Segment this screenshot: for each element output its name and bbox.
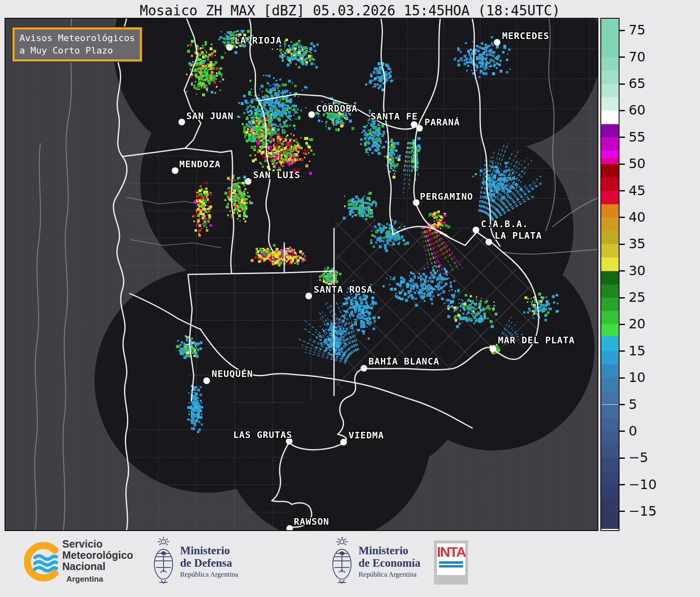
radar-echo-pixel (390, 164, 393, 167)
radar-echo-pixel (282, 108, 283, 110)
radar-echo-pixel (472, 64, 473, 65)
radar-echo-pixel (237, 213, 238, 214)
radar-echo-pixel (274, 105, 276, 106)
radar-echo-pixel (363, 333, 365, 335)
radar-echo-pixel (290, 120, 292, 121)
radar-echo-pixel (483, 67, 486, 70)
radar-echo-pixel (444, 222, 446, 224)
radar-echo-pixel (243, 112, 245, 114)
radar-echo-pixel (371, 215, 373, 218)
radar-echo-pixel (285, 113, 287, 115)
radar-echo-pixel (344, 206, 346, 207)
radar-echo-pixel (506, 59, 508, 61)
radar-echo-pixel (465, 301, 466, 303)
radar-echo-pixel (409, 295, 410, 296)
radar-echo-pixel (244, 210, 246, 212)
radar-echo-pixel (186, 91, 188, 93)
radar-echo-pixel (359, 299, 361, 301)
radar-echo-pixel (483, 309, 485, 311)
radar-echo-pixel (416, 285, 418, 287)
colorbar-tick-label: 75 (629, 22, 646, 38)
radar-echo-pixel (279, 262, 282, 264)
radar-echo-pixel (259, 162, 261, 164)
radar-echo-pixel (271, 117, 272, 119)
radar-echo-pixel (485, 49, 487, 51)
radar-echo-pixel (192, 415, 194, 416)
radar-echo-pixel (493, 51, 495, 53)
radar-echo-pixel (422, 273, 425, 275)
radar-echo-pixel (223, 41, 226, 44)
radar-echo-pixel (248, 133, 251, 136)
radar-echo-pixel (416, 156, 418, 157)
radar-echo-pixel (190, 69, 191, 70)
radar-echo-pixel (412, 283, 415, 285)
radar-echo-pixel (477, 50, 480, 52)
radar-echo-pixel (264, 259, 266, 261)
colorbar-segment (601, 485, 619, 498)
radar-echo-pixel (246, 139, 249, 142)
radar-echo-pixel (354, 321, 355, 323)
radar-echo-pixel (344, 343, 346, 345)
radar-echo-pixel (365, 218, 367, 220)
colorbar-tick-label: 20 (629, 316, 646, 332)
radar-echo-pixel (190, 44, 192, 46)
radar-echo-pixel (305, 142, 308, 144)
radar-echo-pixel (456, 306, 459, 309)
radar-echo-pixel (325, 276, 327, 279)
radar-echo-pixel (417, 144, 420, 147)
radar-echo-pixel (278, 253, 280, 255)
radar-echo-pixel (234, 202, 236, 203)
radar-echo-pixel (251, 88, 252, 90)
radar-echo-pixel (211, 91, 213, 93)
radar-echo-pixel (294, 85, 297, 87)
radar-echo-pixel (277, 49, 278, 50)
radar-echo-pixel (284, 52, 286, 54)
radar-echo-pixel (187, 45, 189, 46)
radar-echo-pixel (355, 319, 357, 321)
city-label: LAS GRUTAS (233, 430, 292, 440)
radar-echo-pixel (447, 308, 449, 310)
radar-echo-pixel (531, 304, 532, 305)
radar-echo-pixel (444, 214, 446, 217)
radar-echo-pixel (282, 116, 283, 117)
radar-echo-pixel (369, 306, 371, 308)
radar-echo-pixel (305, 153, 307, 155)
radar-echo-pixel (422, 293, 424, 294)
radar-echo-pixel (381, 81, 383, 82)
radar-echo-pixel (283, 91, 286, 94)
radar-echo-pixel (355, 214, 357, 216)
radar-echo-pixel (263, 252, 266, 254)
radar-echo-pixel (332, 117, 334, 120)
radar-echo-pixel (388, 80, 389, 81)
radar-echo-pixel (237, 178, 239, 180)
radar-echo-pixel (271, 113, 272, 115)
city-label: LA RIOJA (234, 35, 282, 46)
radar-echo-pixel (386, 234, 389, 237)
radar-echo-pixel (282, 90, 283, 91)
radar-echo-pixel (460, 57, 463, 60)
radar-echo-pixel (257, 120, 259, 122)
colorbar-segment (601, 391, 619, 404)
radar-echo-pixel (395, 295, 398, 298)
radar-echo-pixel (427, 232, 430, 235)
radar-echo-pixel (355, 202, 356, 203)
radar-echo-pixel (421, 285, 424, 288)
radar-echo-pixel (450, 285, 452, 288)
radar-echo-pixel (374, 316, 376, 318)
radar-echo-pixel (465, 294, 467, 296)
radar-echo-pixel (368, 206, 370, 208)
radar-echo-pixel (308, 152, 310, 154)
radar-echo-pixel (282, 142, 283, 144)
radar-echo-pixel (222, 41, 223, 42)
radar-echo-pixel (485, 176, 486, 177)
radar-echo-pixel (490, 59, 492, 61)
radar-echo-pixel (429, 276, 432, 279)
radar-echo-pixel (323, 276, 325, 279)
radar-echo-pixel (229, 210, 231, 212)
radar-echo-pixel (355, 196, 358, 198)
radar-echo-pixel (383, 285, 385, 287)
radar-echo-pixel (262, 137, 263, 138)
radar-echo-pixel (390, 288, 393, 291)
radar-echo-pixel (208, 83, 210, 85)
radar-echo-pixel (234, 51, 237, 54)
